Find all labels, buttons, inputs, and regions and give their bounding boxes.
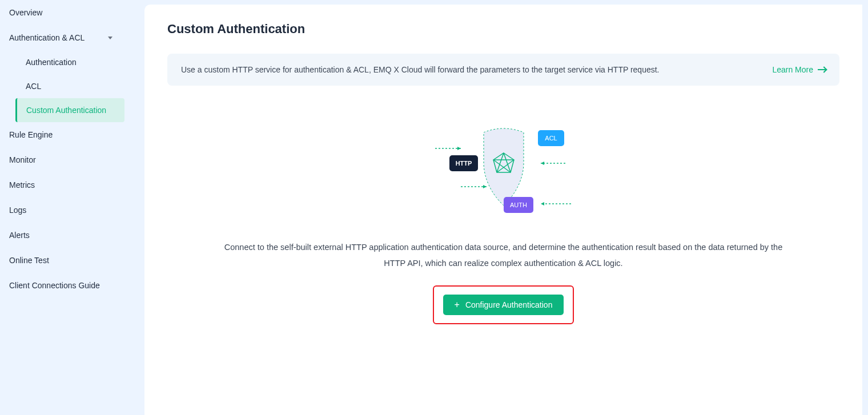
sidebar: Overview Authentication & ACL Authentica… [0,0,144,415]
page-title: Custom Authentication [167,22,839,37]
sidebar-subitem-label: ACL [26,82,41,91]
svg-marker-14 [483,185,487,188]
sidebar-item-acl[interactable]: ACL [0,74,144,98]
highlight-box: + Configure Authentication [433,285,574,324]
sidebar-item-label: Rule Engine [9,130,53,139]
sidebar-item-authentication[interactable]: Authentication [0,50,144,74]
configure-authentication-button[interactable]: + Configure Authentication [443,295,564,315]
sidebar-item-rule-engine[interactable]: Rule Engine [0,122,144,147]
auth-diagram-icon: HTTP ACL AUTH [429,120,578,223]
sidebar-item-client-connections-guide[interactable]: Client Connections Guide [0,273,144,298]
svg-marker-18 [541,202,544,206]
svg-text:AUTH: AUTH [510,202,527,208]
sidebar-item-label: Authentication & ACL [9,33,85,42]
learn-more-link[interactable]: Learn More [772,65,826,74]
svg-text:ACL: ACL [545,135,557,142]
sidebar-item-label: Logs [9,206,26,215]
svg-marker-16 [541,162,544,165]
sidebar-item-auth-acl[interactable]: Authentication & ACL [0,25,144,50]
chevron-down-icon [108,37,112,39]
sidebar-item-metrics[interactable]: Metrics [0,172,144,198]
description-text: Connect to the self-built external HTTP … [218,240,789,271]
sidebar-subitem-label: Custom Authentication [26,106,106,115]
illustration: HTTP ACL AUTH [167,120,839,223]
banner-text: Use a custom HTTP service for authentica… [181,65,660,74]
sidebar-item-label: Monitor [9,155,36,164]
configure-button-label: Configure Authentication [465,300,553,309]
sidebar-item-label: Metrics [9,180,35,190]
sidebar-item-label: Overview [9,8,42,17]
sidebar-item-label: Online Test [9,256,49,265]
learn-more-label: Learn More [772,65,813,74]
sidebar-item-custom-authentication[interactable]: Custom Authentication [15,98,124,122]
info-banner: Use a custom HTTP service for authentica… [167,54,839,86]
svg-text:HTTP: HTTP [455,160,472,167]
sidebar-item-alerts[interactable]: Alerts [0,223,144,248]
arrow-right-icon [818,69,826,70]
sidebar-item-logs[interactable]: Logs [0,198,144,223]
sidebar-subitem-label: Authentication [26,58,77,67]
sidebar-item-label: Client Connections Guide [9,281,100,290]
plus-icon: + [455,300,460,309]
sidebar-item-overview[interactable]: Overview [0,0,144,25]
main-content: Custom Authentication Use a custom HTTP … [144,5,862,415]
svg-marker-12 [457,147,461,150]
sidebar-item-monitor[interactable]: Monitor [0,147,144,172]
action-row: + Configure Authentication [167,285,839,324]
sidebar-item-label: Alerts [9,231,30,240]
sidebar-item-online-test[interactable]: Online Test [0,248,144,273]
